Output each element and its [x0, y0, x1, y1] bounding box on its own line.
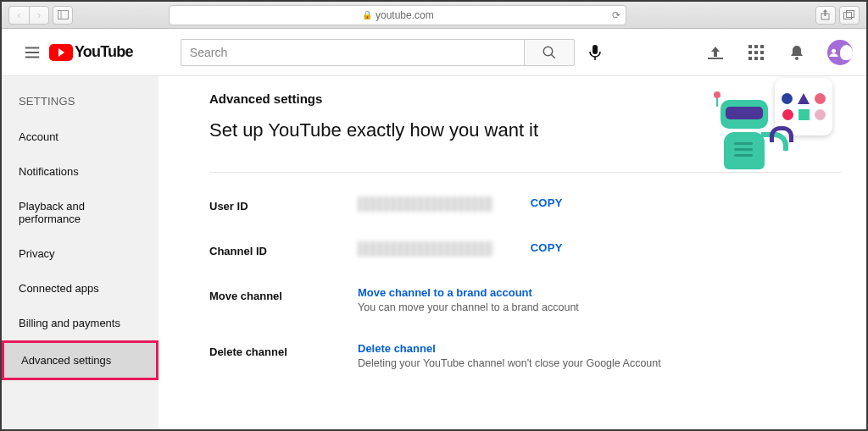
label-move-channel: Move channel — [209, 286, 358, 302]
upload-button[interactable] — [705, 42, 726, 63]
robot-illustration — [705, 78, 832, 205]
svg-line-6 — [551, 54, 555, 58]
sidebar-item-notifications[interactable]: Notifications — [2, 154, 159, 189]
sidebar-heading: SETTINGS — [2, 86, 159, 119]
row-move-channel: Move channel Move channel to a brand acc… — [209, 286, 841, 313]
menu-button[interactable] — [15, 36, 49, 69]
address-bar[interactable]: 🔒 youtube.com ⟳ — [169, 5, 626, 25]
svg-rect-17 — [754, 57, 758, 60]
apps-button[interactable] — [746, 42, 766, 63]
search-form — [181, 37, 610, 68]
svg-rect-10 — [748, 45, 752, 48]
link-move-channel[interactable]: Move channel to a brand account — [358, 286, 841, 299]
svg-rect-12 — [760, 45, 764, 48]
svg-rect-11 — [754, 45, 758, 48]
avatar[interactable] — [827, 40, 853, 65]
sidebar-item-playback[interactable]: Playback and performance — [2, 189, 159, 236]
svg-rect-14 — [754, 51, 758, 54]
notifications-button[interactable] — [787, 42, 807, 63]
svg-point-19 — [795, 57, 798, 60]
youtube-header: YouTube — [2, 29, 866, 76]
forward-button[interactable]: › — [29, 6, 49, 25]
youtube-play-icon — [49, 44, 73, 61]
sub-delete-channel: Deleting your YouTube channel won't clos… — [358, 357, 841, 369]
svg-rect-9 — [708, 58, 723, 59]
svg-rect-16 — [748, 57, 752, 60]
sidebar-toggle[interactable] — [53, 6, 73, 25]
svg-rect-7 — [593, 45, 598, 54]
label-channel-id: Channel ID — [209, 241, 358, 257]
row-channel-id: Channel ID COPY — [209, 241, 841, 257]
settings-sidebar: SETTINGS Account Notifications Playback … — [2, 76, 159, 429]
main-panel: Advanced settings Set up YouTube exactly… — [159, 76, 866, 429]
sub-move-channel: You can move your channel to a brand acc… — [358, 301, 841, 313]
label-delete-channel: Delete channel — [209, 342, 358, 358]
search-button[interactable] — [524, 39, 575, 66]
sidebar-item-billing[interactable]: Billing and payments — [2, 306, 159, 340]
url-text: youtube.com — [376, 9, 434, 21]
svg-rect-18 — [760, 57, 764, 60]
svg-point-20 — [832, 48, 836, 52]
sidebar-item-privacy[interactable]: Privacy — [2, 236, 159, 271]
search-input[interactable] — [181, 39, 524, 66]
svg-rect-4 — [847, 11, 854, 18]
voice-search-button[interactable] — [580, 37, 610, 68]
lock-icon: 🔒 — [362, 10, 372, 19]
svg-point-5 — [543, 47, 553, 56]
sidebar-item-connected-apps[interactable]: Connected apps — [2, 271, 159, 306]
svg-rect-13 — [748, 51, 752, 54]
back-button[interactable]: ‹ — [8, 6, 29, 25]
sidebar-item-advanced-settings[interactable]: Advanced settings — [2, 340, 159, 380]
browser-toolbar: ‹ › 🔒 youtube.com ⟳ — [2, 2, 866, 29]
value-channel-id — [358, 241, 493, 257]
tabs-button[interactable] — [839, 6, 860, 25]
svg-rect-15 — [760, 51, 764, 54]
share-button[interactable] — [815, 6, 836, 25]
copy-user-id-button[interactable]: COPY — [531, 196, 563, 209]
svg-rect-0 — [58, 11, 68, 19]
label-user-id: User ID — [209, 196, 358, 213]
youtube-wordmark: YouTube — [75, 43, 133, 61]
value-user-id — [358, 196, 493, 212]
link-delete-channel[interactable]: Delete channel — [358, 342, 841, 355]
copy-channel-id-button[interactable]: COPY — [531, 241, 563, 254]
svg-rect-3 — [844, 13, 852, 19]
youtube-logo[interactable]: YouTube — [49, 43, 133, 61]
reload-icon[interactable]: ⟳ — [612, 9, 620, 21]
row-delete-channel: Delete channel Delete channel Deleting y… — [209, 342, 841, 369]
sidebar-item-account[interactable]: Account — [2, 119, 159, 154]
